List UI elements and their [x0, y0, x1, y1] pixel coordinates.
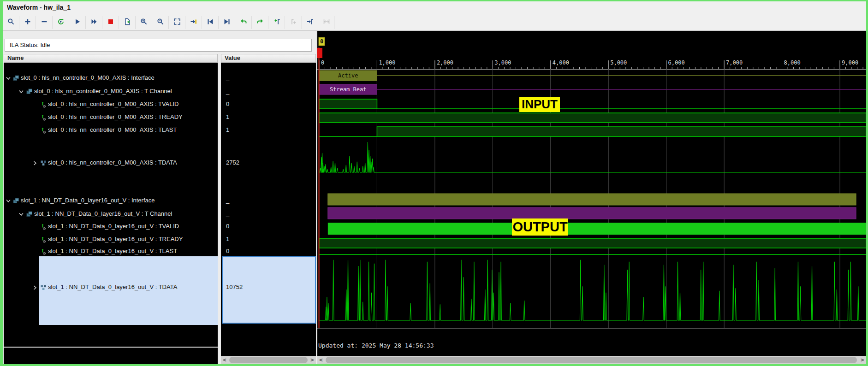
ila-status-box: ILA Status: Idle — [5, 39, 312, 52]
chevron-down-icon[interactable] — [18, 89, 24, 95]
go-to-start-icon — [207, 18, 214, 27]
run-trigger-button[interactable] — [69, 16, 86, 29]
bus-icon — [41, 160, 47, 167]
swap-markers-button — [318, 16, 335, 29]
chevron-right-icon[interactable] — [32, 160, 38, 167]
go-to-trigger-button[interactable] — [185, 16, 202, 29]
value-cell-slot0-tvalid[interactable]: 0 — [226, 100, 314, 108]
wave-scroll-right-icon[interactable]: > — [859, 356, 866, 364]
signal-label: slot_0 : hls_nn_controller_0_M00_AXIS : … — [48, 113, 183, 121]
ila-status-text: ILA Status: Idle — [10, 41, 50, 48]
value-cell-slot0-interface[interactable]: _ — [226, 74, 314, 82]
signal-label: slot_0 : hls_nn_controller_0_M00_AXIS : … — [21, 74, 155, 82]
signal-label: slot_0 : hls_nn_controller_0_M00_AXIS : … — [48, 159, 177, 167]
export-ila-data-icon — [124, 18, 131, 27]
value-column-header[interactable]: Value — [221, 54, 316, 63]
window-border-bottom — [0, 364, 868, 366]
remove-probe-button[interactable] — [36, 16, 53, 29]
undo-zoom-button[interactable] — [235, 16, 252, 29]
waveform-window: Waveform - hw_ila_1 ILA Status: Idle Nam… — [0, 0, 868, 366]
stop-trigger-button[interactable] — [102, 16, 119, 29]
next-marker-button[interactable] — [302, 16, 318, 29]
tree-row-slot0-tdata[interactable]: slot_0 : hls_nn_controller_0_M00_AXIS : … — [4, 159, 218, 167]
run-trigger-immediate-icon — [90, 18, 98, 27]
previous-marker-button — [285, 16, 302, 29]
interface-icon — [13, 75, 19, 82]
zoom-out-icon — [157, 18, 164, 27]
toolbar — [3, 14, 866, 31]
add-marker-button[interactable] — [268, 16, 285, 29]
tree-row-slot1-tready[interactable]: slot_1 : NN_DT_Data_0_layer16_out_V : TR… — [4, 235, 218, 243]
interface-icon — [26, 211, 33, 218]
tree-row-slot0-interface[interactable]: slot_0 : hls_nn_controller_0_M00_AXIS : … — [4, 74, 218, 82]
undo-zoom-icon — [240, 18, 247, 27]
chevron-right-icon[interactable] — [32, 284, 38, 291]
stop-trigger-icon — [107, 18, 114, 27]
value-cell-slot0-tlast[interactable]: 1 — [226, 126, 314, 134]
tree-row-slot1-tlast[interactable]: slot_1 : NN_DT_Data_0_layer16_out_V : TL… — [4, 247, 218, 255]
auto-re-trigger-button[interactable] — [53, 16, 69, 29]
chevron-down-icon[interactable] — [6, 75, 11, 82]
auto-re-trigger-icon — [57, 18, 65, 27]
export-ila-data-button[interactable] — [119, 16, 136, 29]
value-cell-slot0-tdata[interactable]: 2752 — [226, 159, 314, 167]
previous-marker-icon — [290, 18, 297, 27]
zoom-out-button[interactable] — [152, 16, 169, 29]
window-title: Waveform - hw_ila_1 — [7, 4, 71, 11]
chevron-down-icon[interactable] — [6, 198, 11, 205]
value-cell-slot1-tready[interactable]: 1 — [226, 235, 314, 243]
tree-row-slot1-tvalid[interactable]: slot_1 : NN_DT_Data_0_layer16_out_V : TV… — [4, 222, 218, 230]
signal-label: slot_1 : NN_DT_Data_0_layer16_out_V : TL… — [48, 247, 177, 255]
go-to-start-button[interactable] — [202, 16, 219, 29]
updated-timestamp: Updated at: 2025-May-28 14:56:33 — [318, 342, 434, 349]
value-cell-slot1-interface[interactable]: _ — [226, 196, 314, 205]
zoom-fit-button[interactable] — [169, 16, 185, 29]
tree-row-slot1-tdata[interactable]: slot_1 : NN_DT_Data_0_layer16_out_V : TD… — [4, 283, 218, 291]
tree-row-slot1-interface[interactable]: slot_1 : NN_DT_Data_0_layer16_out_V : In… — [4, 196, 218, 205]
pane-splitter[interactable] — [316, 30, 317, 356]
input-annotation: INPUT — [519, 97, 560, 112]
go-to-end-button[interactable] — [219, 16, 235, 29]
value-scroll-right-icon[interactable]: > — [309, 356, 316, 364]
wave-scroll-left-icon[interactable]: < — [317, 356, 325, 364]
signal-label: slot_0 : hls_nn_controller_0_M00_AXIS : … — [48, 126, 177, 134]
tree-row-slot0-tready[interactable]: slot_0 : hls_nn_controller_0_M00_AXIS : … — [4, 113, 218, 121]
signal-label: slot_1 : NN_DT_Data_0_layer16_out_V : TD… — [48, 283, 177, 291]
find-button[interactable] — [3, 16, 19, 29]
bit-icon — [41, 236, 46, 243]
name-column-header[interactable]: Name — [4, 54, 218, 63]
value-scroll-thumb[interactable] — [229, 357, 308, 363]
value-scrollbar[interactable]: < > — [221, 356, 316, 364]
add-probe-button[interactable] — [19, 16, 36, 29]
wave-scroll-thumb[interactable] — [326, 357, 857, 363]
signal-label: slot_1 : NN_DT_Data_0_layer16_out_V : In… — [21, 196, 155, 205]
find-icon — [7, 18, 15, 27]
tree-row-slot0-tlast[interactable]: slot_0 : hls_nn_controller_0_M00_AXIS : … — [4, 126, 218, 134]
zoom-in-button[interactable] — [136, 16, 152, 29]
bit-icon — [41, 248, 46, 255]
tree-row-slot1-t-channel[interactable]: slot_1 : NN_DT_Data_0_layer16_out_V : T … — [4, 210, 218, 218]
tree-row-slot0-t-channel[interactable]: slot_0 : hls_nn_controller_0_M00_AXIS : … — [4, 87, 218, 95]
bit-icon — [41, 224, 46, 230]
value-cell-slot0-tready[interactable]: 1 — [226, 113, 314, 121]
window-border-left — [0, 0, 3, 366]
value-cell-slot1-tdata[interactable]: 10752 — [226, 283, 314, 291]
go-to-end-icon — [223, 18, 231, 27]
signal-label: slot_1 : NN_DT_Data_0_layer16_out_V : TV… — [48, 222, 179, 230]
tree-row-slot0-tvalid[interactable]: slot_0 : hls_nn_controller_0_M00_AXIS : … — [4, 100, 218, 108]
chevron-down-icon[interactable] — [18, 211, 24, 218]
window-titlebar[interactable]: Waveform - hw_ila_1 — [3, 1, 866, 15]
add-probe-icon — [24, 18, 31, 27]
value-cell-slot1-t-channel[interactable]: _ — [226, 210, 314, 218]
value-cell-slot1-tlast[interactable]: 0 — [226, 247, 314, 255]
signal-label: slot_1 : NN_DT_Data_0_layer16_out_V : T … — [34, 210, 172, 218]
value-scroll-left-icon[interactable]: < — [221, 356, 228, 364]
value-cell-slot0-t-channel[interactable]: _ — [226, 87, 314, 95]
run-trigger-immediate-button[interactable] — [86, 16, 102, 29]
redo-zoom-button[interactable] — [252, 16, 268, 29]
waveform-scrollbar[interactable]: < > — [317, 356, 866, 364]
signal-label: slot_0 : hls_nn_controller_0_M00_AXIS : … — [48, 100, 179, 108]
waveform-canvas[interactable] — [317, 30, 866, 356]
zoom-in-icon — [140, 18, 148, 27]
value-cell-slot1-tvalid[interactable]: 0 — [226, 222, 314, 230]
